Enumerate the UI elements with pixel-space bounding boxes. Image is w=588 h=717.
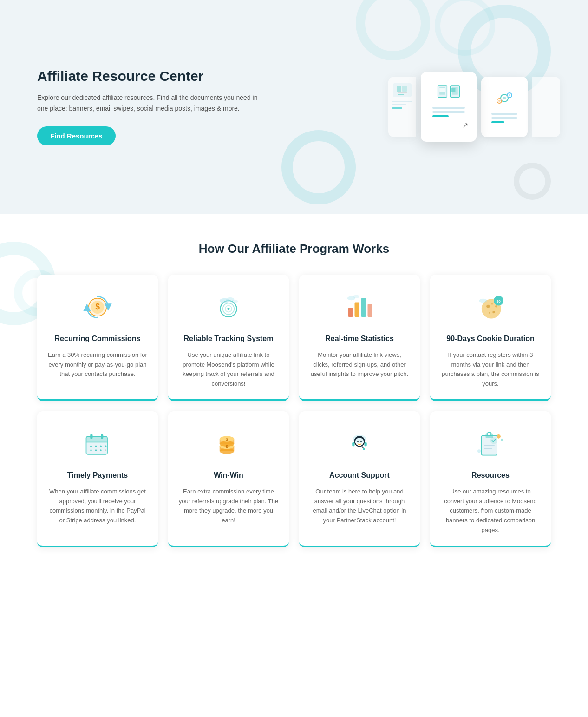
hero-content: Affiliate Resource Center Explore our de… (37, 68, 269, 145)
feature-card-resources: Resources Use our amazing resources to c… (430, 411, 551, 547)
recurring-icon: $ (79, 289, 116, 326)
svg-point-50 (100, 445, 102, 447)
svg-point-42 (479, 299, 488, 303)
card-line-2 (432, 111, 465, 113)
winwin-title: Win-Win (214, 471, 243, 480)
payments-icon (79, 425, 116, 462)
svg-rect-47 (101, 434, 103, 439)
support-icon (341, 425, 378, 462)
support-title: Account Support (329, 471, 390, 480)
card-line-1 (432, 107, 465, 109)
svg-text:$: $ (95, 302, 100, 311)
svg-rect-44 (86, 436, 108, 442)
svg-point-14 (498, 100, 500, 102)
svg-point-78 (497, 434, 501, 439)
cookie-desc: If your contact registers within 3 month… (440, 350, 541, 389)
hero-card-secondary (481, 77, 528, 137)
find-resources-button[interactable]: Find Resources (37, 126, 116, 145)
statistics-icon (341, 289, 378, 326)
statistics-desc: Monitor your affiliate link views, click… (309, 350, 410, 379)
svg-rect-1 (402, 86, 407, 92)
svg-point-51 (105, 445, 107, 447)
hero-description: Explore our dedicated affiliate resource… (37, 92, 269, 113)
hero-card-icon (436, 85, 461, 103)
recurring-desc: Earn a 30% recurring commission for ever… (47, 350, 148, 379)
feature-card-tracking: Reliable Tracking System Use your unique… (168, 275, 289, 401)
svg-point-36 (492, 311, 495, 313)
feature-card-support: Account Support Our team is here to help… (299, 411, 420, 547)
svg-text:$: $ (226, 437, 228, 441)
feature-card-statistics: Real-time Statistics Monitor your affili… (299, 275, 420, 401)
card-line-accent (432, 115, 449, 117)
resources-icon (472, 425, 509, 462)
winwin-icon: $ $ (210, 425, 247, 462)
svg-point-15 (509, 94, 510, 96)
main-section: How Our Affiliate Program Works $ (0, 214, 588, 585)
cookie-title: 90-Days Cookie Duration (446, 334, 534, 344)
partial-card-right (532, 77, 560, 137)
svg-point-79 (501, 439, 503, 441)
card-line-4 (491, 117, 517, 119)
winwin-desc: Earn extra commission every time your re… (178, 487, 279, 526)
card-line-accent-2 (491, 121, 504, 123)
recurring-title: Recurring Commissions (55, 334, 141, 344)
svg-point-69 (360, 441, 362, 442)
svg-point-27 (231, 300, 238, 303)
svg-rect-74 (488, 432, 491, 435)
hero-section: Affiliate Resource Center Explore our de… (0, 0, 588, 214)
svg-rect-29 (355, 303, 360, 317)
feature-card-recurring: $ Recurring Commissions Earn a 30% (37, 275, 158, 401)
svg-rect-66 (352, 442, 354, 446)
hero-card-main: ↗ (421, 72, 477, 142)
features-grid-row2: Timely Payments When your affiliate comm… (37, 411, 551, 547)
svg-rect-30 (361, 298, 366, 317)
tracking-title: Reliable Tracking System (184, 334, 274, 344)
cursor-icon: ↗ (462, 121, 468, 130)
support-desc: Our team is here to help you and answer … (309, 487, 410, 526)
resources-title: Resources (471, 471, 510, 480)
svg-point-48 (90, 445, 92, 447)
svg-point-68 (357, 441, 359, 442)
svg-rect-0 (397, 86, 401, 92)
svg-point-35 (486, 305, 490, 308)
tracking-desc: Use your unique affiliate link to promot… (178, 350, 279, 389)
resources-desc: Use our amazing resources to convert you… (440, 487, 541, 535)
svg-point-24 (227, 308, 229, 310)
payments-title: Timely Payments (67, 471, 128, 480)
svg-point-55 (105, 449, 107, 451)
svg-rect-31 (368, 304, 373, 317)
svg-rect-46 (90, 434, 92, 439)
svg-text:90: 90 (497, 299, 501, 303)
feature-card-winwin: $ $ Win-Win Earn extra commission every … (168, 411, 289, 547)
svg-point-53 (95, 449, 97, 451)
svg-point-80 (477, 449, 481, 453)
deco-circle-5 (514, 163, 551, 200)
svg-point-52 (90, 449, 92, 451)
svg-rect-67 (365, 442, 367, 446)
statistics-title: Real-time Statistics (325, 334, 394, 344)
deco-circle-1 (356, 0, 430, 60)
card-line-3 (491, 113, 517, 115)
hero-illustration: ↗ (388, 72, 560, 142)
svg-point-33 (353, 295, 359, 298)
feature-card-payments: Timely Payments When your affiliate comm… (37, 411, 158, 547)
svg-point-37 (495, 305, 497, 307)
feature-card-cookie: 90 90-Days Cookie Duration If your conta… (430, 275, 551, 401)
svg-point-39 (491, 303, 493, 305)
cookie-icon: 90 (472, 289, 509, 326)
hero-card-lines-2 (491, 113, 517, 123)
tracking-icon (210, 289, 247, 326)
svg-rect-28 (348, 308, 353, 317)
hero-title: Affiliate Resource Center (37, 68, 269, 84)
svg-rect-9 (439, 88, 445, 92)
svg-point-71 (363, 448, 365, 450)
svg-point-38 (489, 312, 491, 314)
svg-rect-8 (451, 88, 455, 92)
partial-card-left (388, 77, 416, 137)
svg-point-13 (503, 97, 506, 99)
svg-text:$: $ (226, 444, 228, 449)
section-title: How Our Affiliate Program Works (37, 242, 551, 256)
deco-circle-4 (281, 130, 356, 204)
features-grid-row1: $ Recurring Commissions Earn a 30% (37, 275, 551, 401)
svg-point-49 (95, 445, 97, 447)
